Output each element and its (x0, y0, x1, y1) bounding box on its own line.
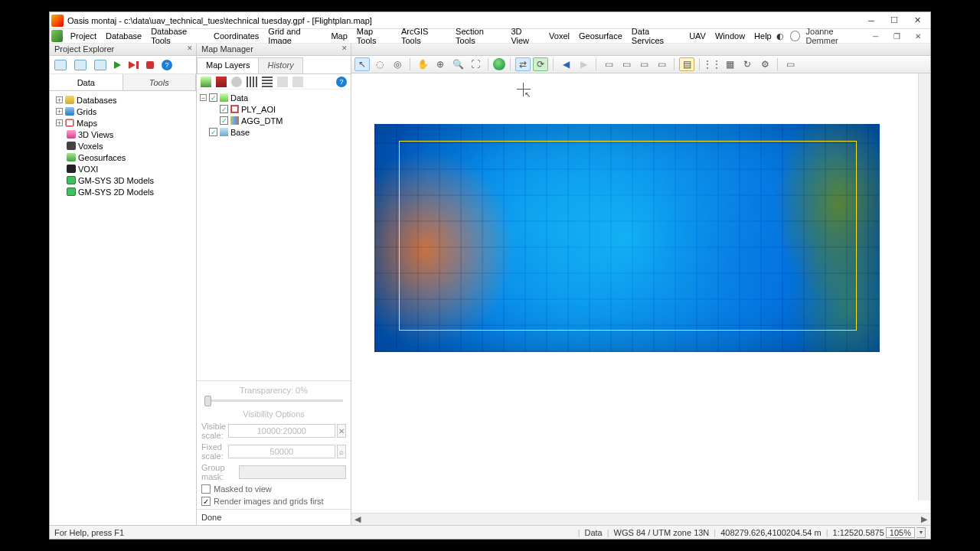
masked-to-view-row[interactable]: Masked to view (201, 484, 346, 494)
menu-project[interactable]: Project (66, 30, 101, 42)
transparency-slider[interactable] (204, 399, 343, 402)
render-first-checkbox[interactable]: ✓ (201, 497, 211, 506)
expand-icon[interactable]: + (56, 108, 63, 115)
nav-fwd-icon[interactable]: ▶ (576, 57, 591, 71)
tree-node-maps[interactable]: +Maps (50, 117, 196, 129)
tab-tools[interactable]: Tools (123, 74, 197, 90)
checkbox-base[interactable]: ✓ (209, 128, 217, 136)
tree-node-grids[interactable]: +Grids (50, 106, 196, 117)
layer-base[interactable]: ✓ Base (197, 126, 351, 138)
tree-node-geosurfaces[interactable]: Geosurfaces (50, 152, 196, 163)
tree-node-3d-views[interactable]: 3D Views (50, 129, 196, 140)
fixed-scale-apply-button[interactable]: ⌕ (337, 445, 346, 458)
masked-checkbox[interactable] (201, 484, 211, 494)
map-canvas[interactable]: ↖ (351, 73, 930, 513)
minimize-button[interactable]: ─ (860, 14, 883, 28)
tree-node-voxi[interactable]: VOXI (50, 163, 196, 174)
menu-uav[interactable]: UAV (684, 30, 710, 42)
vertical-scrollbar[interactable] (918, 73, 930, 500)
explorer-btn-1-icon[interactable] (54, 60, 67, 70)
globe-icon[interactable] (493, 58, 505, 70)
maximize-button[interactable]: ☐ (883, 14, 906, 28)
mm-tool-5-icon[interactable] (262, 77, 273, 87)
tree-node-databases[interactable]: +Databases (50, 94, 196, 106)
mm-add-layer-icon[interactable] (201, 77, 211, 87)
panel-header-explorer[interactable]: Project Explorer ✕ (50, 44, 197, 55)
panel-header-mapmgr[interactable]: Map Manager ✕ (197, 44, 351, 55)
link-views-icon[interactable]: ⇄ (515, 57, 531, 71)
doc-close-button[interactable]: ✕ (910, 31, 926, 41)
group-mask-input[interactable] (239, 465, 346, 479)
pointer-tool-icon[interactable]: ↖ (354, 57, 370, 71)
zoom-tool-icon[interactable]: 🔍 (450, 57, 466, 71)
zoom-dropdown-icon[interactable]: ▾ (916, 527, 926, 538)
tree-node-gm-sys-2d-models[interactable]: GM-SYS 2D Models (50, 186, 196, 197)
tree-node-gm-sys-3d-models[interactable]: GM-SYS 3D Models (50, 174, 196, 186)
tree-node-voxels[interactable]: Voxels (50, 140, 196, 152)
checkbox-agg-dtm[interactable]: ✓ (220, 116, 228, 125)
collapse-icon[interactable]: − (200, 94, 207, 101)
horizontal-scrollbar[interactable]: ◀ ▶ (351, 513, 930, 525)
help-icon[interactable]: ? (162, 60, 172, 70)
visible-scale-input[interactable] (228, 424, 335, 438)
user-avatar-icon[interactable] (790, 31, 800, 41)
explorer-btn-3-icon[interactable] (94, 60, 106, 70)
render-first-row[interactable]: ✓ Render images and grids first (201, 497, 346, 506)
zoom-extent-icon[interactable]: ⛶ (468, 57, 483, 71)
cloud-icon[interactable]: ◐ (776, 31, 784, 41)
step-icon[interactable] (129, 61, 139, 69)
zoom-in-icon[interactable]: ⊕ (433, 57, 448, 71)
tab-map-layers[interactable]: Map Layers (197, 57, 259, 73)
panel-close-mapmgr-icon[interactable]: ✕ (341, 44, 348, 52)
tool-c-icon[interactable]: ◎ (390, 57, 405, 71)
mm-tool-7-icon[interactable] (292, 77, 303, 87)
menu-help[interactable]: Help (750, 30, 776, 42)
scroll-right-icon[interactable]: ▶ (918, 514, 930, 524)
menu-coordinates[interactable]: Coordinates (209, 30, 263, 42)
redraw-icon[interactable]: ↻ (740, 57, 755, 71)
expand-icon[interactable]: + (56, 96, 63, 103)
window-1-icon[interactable]: ▭ (601, 57, 616, 71)
close-button[interactable]: ✕ (906, 14, 929, 28)
menu-voxel[interactable]: Voxel (544, 30, 574, 42)
done-label[interactable]: Done (201, 513, 221, 522)
zoom-level[interactable]: 105% (886, 527, 915, 538)
grid-icon[interactable]: ▦ (722, 57, 737, 71)
stop-icon[interactable] (146, 61, 154, 69)
layer-ply-aoi[interactable]: ✓ PLY_AOI (197, 103, 351, 115)
menu-map[interactable]: Map (326, 30, 351, 42)
window-3-icon[interactable]: ▭ (636, 57, 652, 71)
checkbox-ply-aoi[interactable]: ✓ (220, 105, 228, 113)
grid-dots-icon[interactable]: ⋮⋮ (704, 57, 720, 71)
menu-database[interactable]: Database (101, 30, 146, 42)
expand-icon[interactable]: + (56, 119, 63, 126)
window-4-icon[interactable]: ▭ (654, 57, 669, 71)
mm-tool-6-icon[interactable] (277, 77, 288, 87)
sync-icon[interactable]: ⟳ (533, 57, 548, 71)
run-icon[interactable] (114, 61, 121, 69)
menu-window[interactable]: Window (710, 30, 750, 42)
slider-thumb[interactable] (204, 396, 211, 406)
tab-history[interactable]: History (258, 57, 302, 73)
tab-data[interactable]: Data (50, 74, 123, 90)
fixed-scale-input[interactable] (228, 445, 335, 458)
checkbox-data[interactable]: ✓ (209, 93, 217, 102)
visible-scale-clear-button[interactable]: ✕ (337, 424, 346, 438)
layer-data-root[interactable]: − ✓ Data (197, 92, 351, 103)
mm-help-icon[interactable]: ? (336, 77, 347, 87)
doc-restore-button[interactable]: ❐ (889, 31, 904, 41)
window-2-icon[interactable]: ▭ (619, 57, 634, 71)
legend-icon[interactable]: ▤ (679, 57, 694, 71)
scroll-left-icon[interactable]: ◀ (351, 514, 364, 524)
mm-remove-layer-icon[interactable] (216, 77, 227, 87)
panel-close-explorer-icon[interactable]: ✕ (187, 44, 193, 52)
doc-minimize-button[interactable]: ─ (868, 31, 884, 41)
export-icon[interactable]: ▭ (782, 57, 798, 71)
tool-b-icon[interactable]: ◌ (372, 57, 387, 71)
explorer-btn-2-icon[interactable] (74, 60, 87, 70)
nav-back-icon[interactable]: ◀ (558, 57, 573, 71)
mm-tool-4-icon[interactable] (247, 77, 257, 87)
pan-tool-icon[interactable]: ✋ (415, 57, 430, 71)
menu-geosurface[interactable]: Geosurface (574, 30, 627, 42)
mm-tool-3-icon[interactable] (231, 77, 242, 87)
